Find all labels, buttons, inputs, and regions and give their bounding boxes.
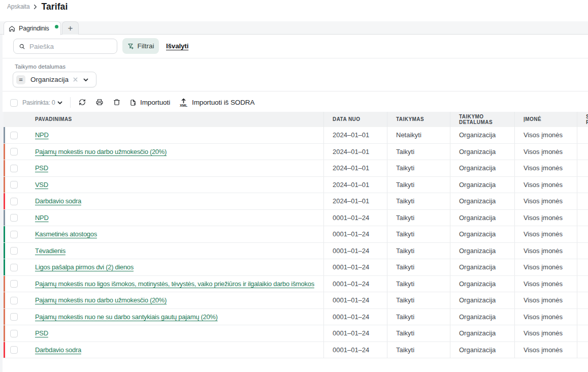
row-indicator-bar xyxy=(4,226,5,242)
cell-taikymas: Taikyti xyxy=(387,193,450,209)
applied-filter-label: Taikymo detalumas xyxy=(15,64,66,70)
cell-pavadinimas: VSD xyxy=(4,177,323,193)
cell-taikymas: Taikyti xyxy=(387,309,450,325)
cell-pavadinimas: PSD xyxy=(4,325,323,342)
cell-taikymas: Taikyti xyxy=(387,177,450,193)
column-header-pavadinimas[interactable]: PAVADINIMAS xyxy=(4,112,323,127)
filter-operator: = xyxy=(16,75,25,84)
filters-button[interactable]: Filtrai xyxy=(122,38,159,54)
tab-status-dot xyxy=(55,25,58,28)
column-header-taikymas[interactable]: TAIKYMAS xyxy=(387,112,450,127)
row-indicator-bar xyxy=(4,177,5,193)
row-indicator-bar xyxy=(4,276,5,292)
row-checkbox[interactable] xyxy=(10,330,18,337)
tariff-name-link[interactable]: NPD xyxy=(35,214,49,222)
tariff-name-link[interactable]: VSD xyxy=(35,181,48,189)
tariff-name-link[interactable]: Pajamų mokestis nuo ligos išmokos, motin… xyxy=(35,280,314,288)
row-checkbox[interactable] xyxy=(10,214,18,222)
cell-taikymas: Taikyti xyxy=(387,226,450,242)
tariff-name-link[interactable]: Pajamų mokestis nuo ne su darbo santykia… xyxy=(35,313,218,321)
tariff-name-link[interactable]: Pajamų mokestis nuo darbo užmokesčio (20… xyxy=(35,296,167,304)
applied-filter-chip[interactable]: = Organizacija xyxy=(13,72,96,87)
cell-data-nuo: 2024–01–01 xyxy=(323,144,387,160)
row-indicator-bar xyxy=(4,259,5,275)
row-checkbox[interactable] xyxy=(10,132,18,139)
row-indicator-bar xyxy=(4,193,5,209)
cell-data-nuo: 0001–01–24 xyxy=(323,243,387,259)
refresh-icon xyxy=(79,99,86,106)
column-header-data-nuo[interactable]: DATA NUO xyxy=(323,112,387,127)
cell-data-nuo: 0001–01–24 xyxy=(323,292,387,308)
cell-data-nuo: 2024–01–01 xyxy=(323,193,387,209)
cell-taikymas: Taikyti xyxy=(387,160,450,176)
search-input[interactable]: Paieška xyxy=(13,39,117,54)
cell-taikymas: Taikyti xyxy=(387,259,450,275)
column-header-taikymo-detalumas[interactable]: TAIKYMODETALUMAS xyxy=(450,112,514,127)
chevron-down-icon[interactable] xyxy=(83,77,89,83)
cell-taikymo-detalumas: Organizacija xyxy=(450,210,514,226)
cell-taikymo-detalumas: Organizacija xyxy=(450,309,514,325)
breadcrumb-parent[interactable]: Apskaita xyxy=(7,3,29,10)
tariff-name-link[interactable]: Pajamų mokestis nuo darbo užmokesčio (20… xyxy=(35,148,167,156)
cell-clipped xyxy=(577,243,588,259)
row-checkbox[interactable] xyxy=(10,346,18,354)
cell-taikymas: Taikyti xyxy=(387,342,450,358)
row-checkbox[interactable] xyxy=(10,280,18,288)
table-row: VSD 2024–01–01 Taikyti Organizacija Viso… xyxy=(4,177,588,194)
import-sodra-button[interactable]: XML Importuoti iš SODRA xyxy=(179,96,254,109)
cell-taikymas: Taikyti xyxy=(387,210,450,226)
cell-pavadinimas: Pajamų mokestis nuo darbo užmokesčio (20… xyxy=(4,292,323,308)
column-header-imone[interactable]: ĮMONĖ xyxy=(514,112,577,127)
add-tab-button[interactable]: + xyxy=(62,21,79,35)
cell-taikymo-detalumas: Organizacija xyxy=(450,325,514,342)
row-checkbox[interactable] xyxy=(10,198,18,205)
cell-pavadinimas: Ligos pašalpa pirmos dvi (2) dienos xyxy=(4,259,323,275)
delete-button[interactable] xyxy=(113,99,120,106)
tariff-name-link[interactable]: PSD xyxy=(35,329,48,337)
row-checkbox[interactable] xyxy=(10,148,18,156)
row-indicator-bar xyxy=(4,160,5,176)
cell-pavadinimas: NPD xyxy=(4,210,323,226)
row-checkbox[interactable] xyxy=(10,264,18,271)
clear-filters-link[interactable]: Išvalyti xyxy=(166,38,188,54)
search-placeholder: Paieška xyxy=(29,43,54,50)
tariff-name-link[interactable]: Tėvadienis xyxy=(35,247,66,255)
row-checkbox[interactable] xyxy=(10,313,18,321)
row-checkbox[interactable] xyxy=(10,181,18,189)
row-indicator-bar xyxy=(4,210,5,226)
tab-pagrindinis[interactable]: Pagrindinis xyxy=(4,21,61,35)
cell-clipped xyxy=(577,210,588,226)
cell-clipped xyxy=(577,276,588,292)
tariff-name-link[interactable]: Darbdavio sodra xyxy=(35,197,81,205)
select-all-checkbox[interactable] xyxy=(10,99,18,107)
refresh-button[interactable] xyxy=(79,99,86,106)
row-checkbox[interactable] xyxy=(10,231,18,238)
cell-pavadinimas: Darbdavio sodra xyxy=(4,193,323,209)
row-checkbox[interactable] xyxy=(10,247,18,255)
tariff-name-link[interactable]: Kasmetinės atostogos xyxy=(35,230,97,238)
cell-imone: Visos įmonės xyxy=(514,292,577,308)
tariffs-table: PAVADINIMAS DATA NUO TAIKYMAS TAIKYMODET… xyxy=(4,112,588,358)
cell-data-nuo: 0001–01–24 xyxy=(323,325,387,342)
tariff-name-link[interactable]: PSD xyxy=(35,164,48,172)
cell-data-nuo: 2024–01–01 xyxy=(323,177,387,193)
cell-data-nuo: 2024–01–01 xyxy=(323,127,387,143)
cell-clipped xyxy=(577,177,588,193)
breadcrumb: Apskaita Tarifai xyxy=(7,2,68,12)
tariff-name-link[interactable]: NPD xyxy=(35,131,49,139)
cell-clipped xyxy=(577,292,588,308)
print-button[interactable] xyxy=(96,99,103,106)
cell-clipped xyxy=(577,127,588,143)
remove-filter-icon[interactable] xyxy=(73,77,78,82)
selection-chevron-down-icon[interactable] xyxy=(57,97,63,108)
row-checkbox[interactable] xyxy=(10,165,18,172)
cell-taikymo-detalumas: Organizacija xyxy=(450,193,514,209)
cell-data-nuo: 0001–01–24 xyxy=(323,259,387,275)
tariff-name-link[interactable]: Ligos pašalpa pirmos dvi (2) dienos xyxy=(35,263,134,271)
cell-pavadinimas: PSD xyxy=(4,160,323,176)
column-header-clipped[interactable]: SP xyxy=(577,112,588,127)
import-button[interactable]: Importuoti xyxy=(129,96,170,109)
table-row: Pajamų mokestis nuo ne su darbo santykia… xyxy=(4,309,588,326)
tariff-name-link[interactable]: Darbdavio sodra xyxy=(35,346,81,354)
row-checkbox[interactable] xyxy=(10,297,18,304)
